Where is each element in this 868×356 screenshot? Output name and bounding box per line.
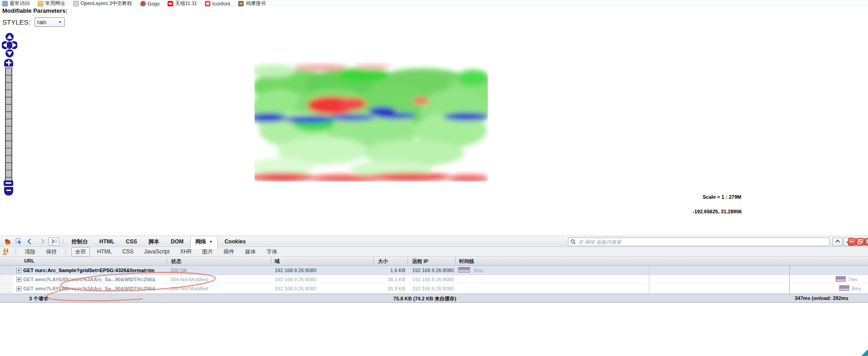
domcontentloaded-marker-line	[649, 266, 649, 294]
column-remote-ip[interactable]: 远程 IP	[412, 258, 428, 265]
tab-cookies[interactable]: Cookies	[220, 237, 250, 246]
inspect-cursor-icon	[15, 238, 22, 245]
openlayers-icon	[73, 1, 79, 6]
filter-media[interactable]: 媒体	[242, 248, 259, 256]
expand-row-icon[interactable]	[16, 277, 21, 282]
panel-search-box[interactable]	[568, 237, 830, 246]
tab-css[interactable]: CSS	[121, 237, 142, 246]
iconfont-icon	[205, 1, 210, 6]
styles-label: STYLES:	[2, 18, 31, 26]
request-table-header: URL 状态 域 大小 远程 IP 时间线	[0, 257, 868, 266]
zoom-slider-track[interactable]	[5, 67, 12, 181]
command-line-toggle-button[interactable]	[48, 237, 59, 246]
persist-button[interactable]: 保持	[43, 248, 60, 256]
styles-select[interactable]: rain ▼	[35, 17, 65, 27]
expand-row-icon[interactable]	[16, 268, 21, 273]
bookmark-label: 天猫11.11	[175, 0, 197, 7]
close-firebug-button[interactable]	[864, 238, 868, 246]
clear-button[interactable]: 清除	[21, 248, 39, 256]
tab-script[interactable]: 脚本	[144, 236, 164, 247]
most-visited-icon	[2, 1, 8, 6]
bookmark-tmall[interactable]: 天猫11.11	[168, 0, 197, 7]
bookmark-openlayers-tutorial[interactable]: OpenLayers 3中文教程	[73, 0, 132, 7]
firebug-toolbar: 控制台 HTML CSS 脚本 DOM 网络 ▼ Cookies	[0, 236, 868, 247]
filter-xhr[interactable]: XHR	[177, 248, 194, 255]
bookmark-jiumo[interactable]: 鸠摩搜书	[238, 0, 266, 7]
column-size[interactable]: 大小	[378, 258, 388, 265]
zoom-in-button[interactable]	[4, 59, 13, 67]
bookmark-most-visited[interactable]: 最常访问	[2, 0, 30, 7]
pan-compass[interactable]	[2, 33, 17, 58]
bookmark-common-sites[interactable]: 常用网址	[38, 0, 65, 7]
timeline-bar	[839, 285, 849, 291]
request-url[interactable]: GET nurc:Arc_Sample?gridSet=EPSG:4326&fo…	[23, 268, 166, 273]
chevron-down-icon: ▼	[209, 240, 213, 244]
back-button[interactable]	[26, 237, 35, 246]
bookmark-label: 常用网址	[45, 0, 65, 7]
column-status[interactable]: 状态	[171, 258, 181, 265]
table-row[interactable]: GET nurc:Arc_Sample?gridSet=EPSG:4326&fo…	[0, 266, 868, 275]
network-panel-icon: xhr	[3, 248, 10, 255]
column-timeline[interactable]: 时间线	[459, 258, 474, 265]
tmall-icon	[168, 1, 173, 6]
find-previous-button[interactable]	[832, 237, 842, 246]
chevron-up-icon	[835, 240, 840, 244]
request-url[interactable]: GET wms?LAYERS=nurc%3AArc_Sa...90&WIDTH=…	[23, 286, 166, 291]
jiumo-icon	[238, 1, 244, 6]
bookmark-label: 鸠摩搜书	[245, 0, 266, 7]
mouse-coordinates: -192.65625, 31.28906	[693, 209, 742, 214]
filter-plugins[interactable]: 插件	[220, 248, 238, 256]
forward-button[interactable]	[37, 237, 46, 246]
expand-row-icon[interactable]	[16, 286, 21, 291]
total-time: 347ms (onload: 292ms	[795, 295, 848, 301]
search-icon	[571, 239, 576, 244]
column-url[interactable]: URL	[24, 258, 35, 263]
minimize-firebug-button[interactable]	[848, 238, 856, 246]
request-status: 200 OK	[170, 268, 187, 273]
table-row[interactable]: GET wms?LAYERS=nurc%3AArc_Sa...90&WIDTH=…	[0, 275, 868, 284]
tab-dom[interactable]: DOM	[166, 237, 188, 246]
filter-javascript[interactable]: JavaScript	[141, 248, 173, 255]
chevron-left-icon	[27, 238, 33, 244]
filter-fonts[interactable]: 字体	[263, 248, 281, 256]
request-size: 1.6 KB	[363, 268, 405, 273]
filter-css[interactable]: CSS	[119, 248, 137, 255]
browser-window: 最常访问 常用网址 OpenLayers 3中文教程 Gogs 天猫11.11 …	[0, 0, 868, 356]
table-row[interactable]: GET wms?LAYERS=nurc%3AArc_Sa...90&WIDTH=…	[0, 284, 868, 293]
filter-all[interactable]: 全部	[71, 247, 90, 257]
map-scale-text: Scale = 1 : 279M	[703, 194, 741, 200]
firebug-menu-button[interactable]	[3, 237, 12, 246]
timeline-label: 6ms	[474, 268, 483, 273]
row-gutter	[0, 266, 13, 274]
firebug-icon	[4, 238, 11, 245]
zoom-slider-handle[interactable]	[4, 181, 13, 186]
request-status: 304 Not Modified	[170, 286, 208, 291]
tab-network[interactable]: 网络 ▼	[190, 236, 218, 249]
tab-console[interactable]: 控制台	[67, 236, 92, 247]
chevron-right-icon	[39, 238, 45, 244]
column-domain[interactable]: 域	[275, 258, 280, 265]
request-count: 3 个请求	[29, 295, 48, 302]
minimize-icon	[850, 241, 853, 242]
styles-select-value: rain	[37, 19, 46, 26]
detach-firebug-button[interactable]	[856, 238, 864, 246]
firebug-panel: 控制台 HTML CSS 脚本 DOM 网络 ▼ Cookies	[0, 236, 868, 302]
precipitation-map-image[interactable]	[255, 62, 488, 181]
inspect-element-button[interactable]	[14, 237, 23, 246]
tab-html[interactable]: HTML	[95, 237, 119, 246]
filter-html[interactable]: HTML	[94, 248, 115, 255]
bookmark-label: Iconfont	[212, 1, 230, 6]
zoom-out-button[interactable]	[4, 187, 13, 196]
timeline-label: 8ms	[852, 286, 861, 291]
bookmark-iconfont[interactable]: Iconfont	[205, 1, 230, 6]
request-size: 35.9 KB	[363, 286, 405, 291]
request-url[interactable]: GET wms?LAYERS=nurc%3AArc_Sa...90&WIDTH=…	[23, 277, 166, 282]
bookmark-gogs[interactable]: Gogs	[140, 1, 159, 6]
request-size: 38.3 KB	[363, 277, 405, 282]
search-input[interactable]	[577, 239, 829, 245]
styles-row: STYLES: rain ▼	[2, 17, 65, 27]
timeline-bar	[458, 267, 470, 273]
request-domain: 192.168.9.26:8080	[275, 268, 317, 273]
bookmark-label: 最常访问	[10, 0, 30, 7]
row-gutter	[0, 284, 13, 293]
